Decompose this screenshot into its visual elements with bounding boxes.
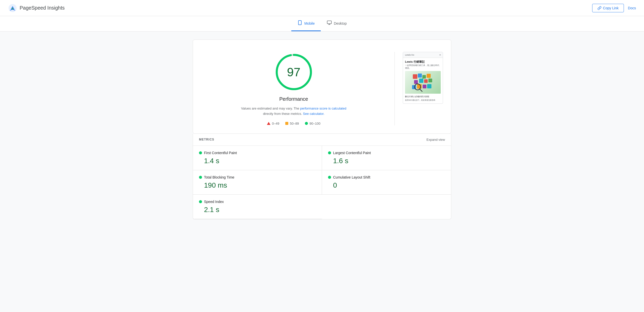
tab-desktop-label: Desktop <box>334 21 347 25</box>
score-panel: 97 Performance Values are estimated and … <box>193 40 451 134</box>
metrics-header: METRICS Expand view <box>193 134 451 146</box>
metric-name-row-tbt: Total Blocking Time <box>199 175 316 179</box>
legend-good: 90–100 <box>305 122 320 125</box>
svg-rect-19 <box>427 84 431 88</box>
svg-rect-14 <box>424 79 428 83</box>
logo-text: PageSpeed Insights <box>20 5 65 11</box>
content-wrapper: 97 Performance Values are estimated and … <box>189 31 455 227</box>
tab-mobile-label: Mobile <box>304 21 315 25</box>
preview-author: Lewis Ko <box>405 54 414 56</box>
metric-item-si: Speed Index 2.1 s <box>193 195 322 219</box>
header-actions: Copy Link Docs <box>592 4 636 12</box>
metric-name-row-lcp: Largest Contentful Paint <box>328 151 445 155</box>
svg-rect-15 <box>428 79 432 82</box>
score-description: Values are estimated and may vary. The p… <box>241 106 347 117</box>
svg-rect-3 <box>327 21 332 24</box>
good-circle-icon <box>305 122 308 125</box>
legend-average: 50–89 <box>285 122 299 125</box>
metric-value-tbt: 190 ms <box>199 181 316 189</box>
link-icon <box>597 6 601 10</box>
mobile-icon <box>297 20 302 26</box>
copy-link-button[interactable]: Copy Link <box>592 4 624 12</box>
metric-value-fcp: 1.4 s <box>199 157 316 165</box>
puzzle-svg <box>412 73 434 92</box>
score-number: 97 <box>287 65 300 79</box>
preview-image <box>405 71 441 94</box>
copy-link-label: Copy Link <box>603 6 619 10</box>
metric-item-tbt: Total Blocking Time 190 ms <box>193 170 322 195</box>
metric-value-cls: 0 <box>328 181 445 189</box>
score-circle-container: 97 <box>274 52 314 92</box>
svg-rect-11 <box>427 74 431 78</box>
pagespeed-logo-icon <box>8 4 17 13</box>
tab-desktop[interactable]: Desktop <box>321 16 353 31</box>
svg-rect-8 <box>413 74 417 79</box>
metric-dot-cls <box>328 176 331 179</box>
svg-rect-13 <box>419 79 423 83</box>
svg-rect-9 <box>418 74 422 78</box>
metric-dot-lcp <box>328 151 331 154</box>
svg-rect-12 <box>414 80 418 84</box>
score-left: 97 Performance Values are estimated and … <box>201 52 386 125</box>
legend-fail: 0–49 <box>267 122 279 125</box>
metric-name-si: Speed Index <box>204 200 224 204</box>
docs-link[interactable]: Docs <box>628 6 636 10</box>
svg-rect-1 <box>298 21 301 25</box>
logo-area: PageSpeed Insights <box>8 4 65 13</box>
metrics-section: METRICS Expand view First Contentful Pai… <box>193 134 451 219</box>
legend-fail-range: 0–49 <box>272 122 279 125</box>
score-desc-mid: directly from these metrics. <box>263 112 303 116</box>
metric-dot-tbt <box>199 176 202 179</box>
metric-value-lcp: 1.6 s <box>328 157 445 165</box>
metric-item-fcp: First Contentful Paint 1.4 s <box>193 146 322 170</box>
tabs: Mobile Desktop <box>291 16 353 31</box>
page-preview: Lewis Ko ≡ Lewis 行銷筆記 一起學習各種行銷工具，迎上數位時代潮… <box>403 52 443 104</box>
metric-item-cls: Cumulative Layout Shift 0 <box>322 170 451 195</box>
metric-name-fcp: First Contentful Paint <box>204 151 237 155</box>
svg-rect-18 <box>423 85 426 88</box>
preview-bottom-text: 數位行銷人必備的四大技能 <box>405 95 441 98</box>
metric-value-si: 2.1 s <box>199 206 316 214</box>
average-square-icon <box>285 122 288 125</box>
metrics-grid: First Contentful Paint 1.4 s Largest Con… <box>193 146 451 219</box>
metric-name-cls: Cumulative Layout Shift <box>333 175 370 179</box>
header: PageSpeed Insights Copy Link Docs <box>0 0 644 16</box>
preview-title: Lewis 行銷筆記 <box>405 60 441 64</box>
see-calculator-link[interactable]: See calculator. <box>303 112 324 116</box>
metric-dot-si <box>199 200 202 203</box>
preview-card-body: Lewis 行銷筆記 一起學習各種行銷工具，迎上數位時代潮流。 <box>403 58 443 103</box>
preview-card: Lewis Ko ≡ Lewis 行銷筆記 一起學習各種行銷工具，迎上數位時代潮… <box>403 52 443 104</box>
tab-mobile[interactable]: Mobile <box>291 16 321 31</box>
preview-menu-icon: ≡ <box>439 54 441 56</box>
legend-average-range: 50–89 <box>290 122 299 125</box>
fail-triangle-icon <box>267 122 270 125</box>
score-desc-static: Values are estimated and may vary. The <box>241 107 300 110</box>
metric-name-row-cls: Cumulative Layout Shift <box>328 175 445 179</box>
metric-name-tbt: Total Blocking Time <box>204 175 234 179</box>
preview-bottom-subtitle: 善用SEO優化技巧，框架掌握流量密碼 <box>405 99 441 101</box>
metric-name-row-si: Speed Index <box>199 200 316 204</box>
preview-card-header: Lewis Ko ≡ <box>403 52 443 58</box>
main-content: 97 Performance Values are estimated and … <box>0 31 644 227</box>
metric-item-lcp: Largest Contentful Paint 1.6 s <box>322 146 451 170</box>
score-label: Performance <box>279 96 308 102</box>
score-legend: 0–49 50–89 90–100 <box>267 122 320 125</box>
legend-good-range: 90–100 <box>309 122 320 125</box>
tabs-container: Mobile Desktop <box>0 16 644 31</box>
svg-line-21 <box>420 89 422 91</box>
metrics-title: METRICS <box>199 138 214 141</box>
expand-view-button[interactable]: Expand view <box>426 138 445 142</box>
desktop-icon <box>327 20 332 26</box>
metric-name-row-fcp: First Contentful Paint <box>199 151 316 155</box>
svg-rect-10 <box>422 75 426 79</box>
score-divider <box>394 52 395 125</box>
performance-score-link[interactable]: performance score is calculated <box>300 107 346 110</box>
preview-subtitle: 一起學習各種行銷工具，迎上數位時代潮流。 <box>405 64 441 70</box>
metric-name-lcp: Largest Contentful Paint <box>333 151 371 155</box>
metric-dot-fcp <box>199 151 202 154</box>
